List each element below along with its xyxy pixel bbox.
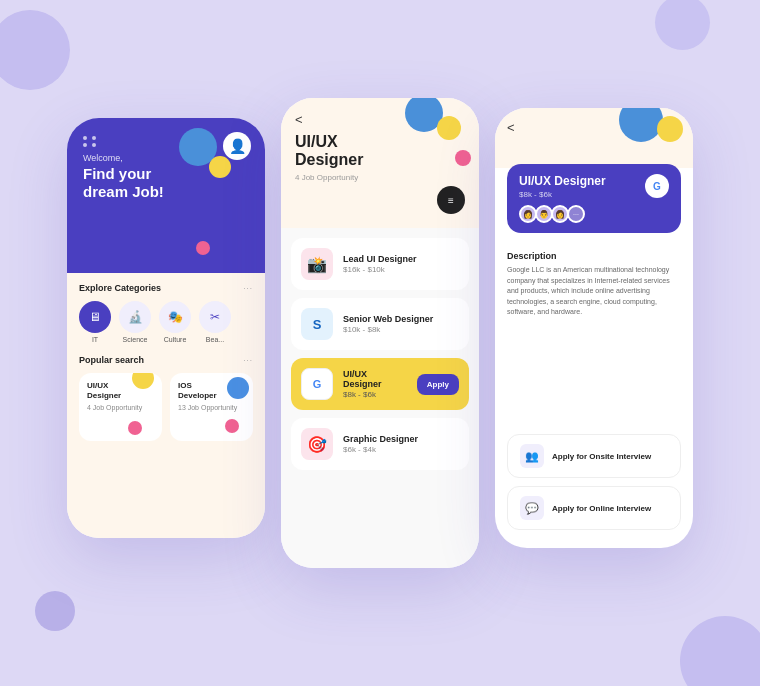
job-card3-icon: G	[301, 368, 333, 400]
job-card4-info: Graphic Designer $6k - $4k	[343, 434, 459, 454]
cat-culture[interactable]: 🎭 Culture	[159, 301, 191, 343]
cat-science-label: Science	[123, 336, 148, 343]
cat-culture-icon: 🎭	[159, 301, 191, 333]
cat-it[interactable]: 🖥 IT	[79, 301, 111, 343]
apply-online-icon: 💬	[520, 496, 544, 520]
screens-container: 👤 Welcome, Find yourdream Job! Explore C…	[67, 98, 693, 588]
apply-online-button[interactable]: 💬 Apply for Online Interview	[507, 486, 681, 530]
pop-card1-deco2	[128, 421, 142, 435]
phone1-dots	[83, 136, 97, 147]
cat-beauty-icon: ✂	[199, 301, 231, 333]
bg-circle-bottomright	[680, 616, 760, 686]
job-card1-name: Lead UI Designer	[343, 254, 459, 264]
phone2-header: < UI/UXDesigner 4 Job Opportunity ≡	[281, 98, 479, 228]
phone2-job-sub: 4 Job Opportunity	[295, 173, 465, 182]
pop-card1-sub: 4 Job Opportunity	[87, 404, 154, 411]
phone1-explore-label: Explore Categories	[79, 283, 161, 293]
pop-card2-deco1	[227, 377, 249, 399]
phone3-description-body: Description Google LLC is an American mu…	[495, 233, 693, 434]
bg-circle-bottomleft	[35, 591, 75, 631]
job-card2-name: Senior Web Designer	[343, 314, 459, 324]
job-card3-name: UI/UX Designer	[343, 369, 407, 389]
job-card3-salary: $8k - $6k	[343, 390, 407, 399]
phone1-categories-header: Explore Categories ···	[79, 283, 253, 293]
job-card4-name: Graphic Designer	[343, 434, 459, 444]
phone1-header: 👤 Welcome, Find yourdream Job!	[67, 118, 265, 273]
job-card1-icon: 📸	[301, 248, 333, 280]
job-card2-salary: $10k - $8k	[343, 325, 459, 334]
job-card2-icon: S	[301, 308, 333, 340]
job-card-lead-ui[interactable]: 📸 Lead UI Designer $16k - $10k	[291, 238, 469, 290]
phone2-job-title: UI/UXDesigner	[295, 133, 465, 170]
phone3-action-buttons: 👥 Apply for Onsite Interview 💬 Apply for…	[495, 434, 693, 548]
apply-onsite-label: Apply for Onsite Interview	[552, 452, 651, 461]
bg-circle-topleft	[0, 10, 70, 90]
cat-science-icon: 🔬	[119, 301, 151, 333]
phone2-deco-pink	[455, 150, 471, 166]
job-card4-icon: 🎯	[301, 428, 333, 460]
cat-it-label: IT	[92, 336, 98, 343]
phone1-popular-row: UI/UXDesigner 4 Job Opportunity IOSDevel…	[79, 373, 253, 441]
phone1-avatar[interactable]: 👤	[223, 132, 251, 160]
job-card1-salary: $16k - $10k	[343, 265, 459, 274]
phone-1: 👤 Welcome, Find yourdream Job! Explore C…	[67, 118, 265, 538]
phone1-categories-row: 🖥 IT 🔬 Science 🎭 Culture ✂ Bea...	[79, 301, 253, 343]
apply-online-label: Apply for Online Interview	[552, 504, 651, 513]
phone-2: < UI/UXDesigner 4 Job Opportunity ≡ 📸 Le…	[281, 98, 479, 568]
phone3-company-logo: G	[645, 174, 669, 198]
phone1-explore-more: ···	[243, 284, 253, 293]
phone2-deco-yellow	[437, 116, 461, 140]
cat-beauty[interactable]: ✂ Bea...	[199, 301, 231, 343]
pop-card-ios[interactable]: IOSDeveloper 13 Job Opportunity	[170, 373, 253, 441]
job-card-graphic[interactable]: 🎯 Graphic Designer $6k - $4k	[291, 418, 469, 470]
phone3-deco-yellow	[657, 116, 683, 142]
phone3-desc-text: Google LLC is an American multinational …	[507, 265, 681, 318]
pop-card-uiux[interactable]: UI/UXDesigner 4 Job Opportunity	[79, 373, 162, 441]
apply-onsite-icon: 👥	[520, 444, 544, 468]
phone3-header: <	[495, 108, 693, 168]
cat-culture-label: Culture	[164, 336, 187, 343]
phone1-popular-more: ···	[243, 356, 253, 365]
phone1-deco-circle-pink	[196, 241, 210, 255]
avatar-more: ···	[567, 205, 585, 223]
bg-circle-topright	[655, 0, 710, 50]
phone3-job-banner: G UI/UX Designer $8k - $6k 👩 👨 👩 ···	[507, 164, 681, 233]
job-card-uiux-active[interactable]: G UI/UX Designer $8k - $6k Apply	[291, 358, 469, 410]
apply-onsite-button[interactable]: 👥 Apply for Onsite Interview	[507, 434, 681, 478]
apply-button[interactable]: Apply	[417, 374, 459, 395]
cat-science[interactable]: 🔬 Science	[119, 301, 151, 343]
phone1-popular-label: Popular search	[79, 355, 144, 365]
pop-card2-sub: 13 Job Opportunity	[178, 404, 245, 411]
job-card1-info: Lead UI Designer $16k - $10k	[343, 254, 459, 274]
phone1-deco-circle-yellow	[209, 156, 231, 178]
phone1-popular-header: Popular search ···	[79, 355, 253, 365]
phone3-avatars: 👩 👨 👩 ···	[519, 205, 669, 223]
job-card-senior-web[interactable]: S Senior Web Designer $10k - $8k	[291, 298, 469, 350]
phone1-body: Explore Categories ··· 🖥 IT 🔬 Science 🎭 …	[67, 273, 265, 538]
phone2-filter-button[interactable]: ≡	[437, 186, 465, 214]
job-card4-salary: $6k - $4k	[343, 445, 459, 454]
job-card3-info: UI/UX Designer $8k - $6k	[343, 369, 407, 399]
phone2-body: 📸 Lead UI Designer $16k - $10k S Senior …	[281, 228, 479, 568]
job-card2-info: Senior Web Designer $10k - $8k	[343, 314, 459, 334]
cat-it-icon: 🖥	[79, 301, 111, 333]
pop-card2-deco2	[225, 419, 239, 433]
phone3-desc-title: Description	[507, 251, 681, 261]
phone-3: < G UI/UX Designer $8k - $6k 👩 👨 👩 ··· D…	[495, 108, 693, 548]
cat-beauty-label: Bea...	[206, 336, 224, 343]
